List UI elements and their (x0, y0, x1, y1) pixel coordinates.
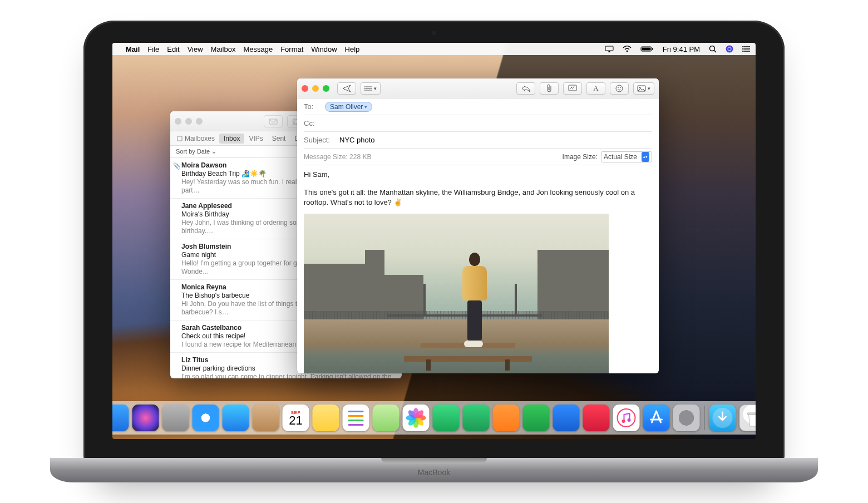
svg-point-34 (618, 87, 619, 88)
dock-app-calendar[interactable]: SEP21 (283, 405, 309, 431)
svg-point-29 (364, 86, 366, 87)
menu-help[interactable]: Help (345, 45, 360, 53)
dock-app-books[interactable] (493, 405, 520, 431)
sort-label[interactable]: Sort by Date ⌄ (176, 148, 216, 155)
dock-trash[interactable] (739, 405, 756, 431)
svg-rect-24 (177, 136, 182, 141)
svg-point-37 (639, 87, 640, 88)
recipient-token[interactable]: Sam Oliver▾ (325, 102, 372, 112)
menu-view[interactable]: View (188, 45, 203, 53)
attach-button[interactable] (540, 82, 559, 95)
send-button[interactable] (337, 82, 356, 95)
dock-app-notes[interactable] (313, 405, 339, 431)
dock-app-numbers[interactable] (523, 405, 550, 431)
zoom-button[interactable] (323, 85, 329, 92)
to-field[interactable]: To: Sam Oliver▾ (304, 98, 652, 115)
minimize-button[interactable] (185, 118, 192, 125)
get-mail-button[interactable] (264, 115, 283, 127)
filter-sent[interactable]: Sent (268, 134, 290, 144)
message-sender: Liz Titus (181, 356, 208, 364)
menu-format[interactable]: Format (280, 45, 303, 53)
dock-app-news[interactable] (583, 405, 610, 431)
person-in-photo (460, 253, 490, 347)
close-button[interactable] (175, 118, 181, 125)
dock-app-safari[interactable] (193, 405, 219, 431)
menu-file[interactable]: File (147, 45, 159, 53)
subject-field[interactable]: Subject: (304, 132, 652, 149)
dock-separator (704, 406, 705, 430)
message-preview: I'm so glad you can come to dinner tonig… (181, 373, 395, 378)
menu-edit[interactable]: Edit (167, 45, 179, 53)
dock-app-photos[interactable] (403, 405, 430, 431)
notification-center-icon[interactable] (742, 46, 750, 52)
laptop-notch (381, 458, 487, 463)
camera-dot (432, 31, 436, 35)
spotlight-icon[interactable] (709, 45, 717, 53)
filter-mailboxes[interactable]: Mailboxes (172, 134, 219, 144)
photo-browser-button[interactable]: ▾ (633, 82, 654, 95)
dock-app-settings[interactable] (673, 405, 700, 431)
emoji-button[interactable] (610, 82, 629, 95)
svg-rect-32 (569, 85, 576, 91)
close-button[interactable] (302, 85, 308, 92)
dock-app-launchpad[interactable] (162, 405, 189, 431)
attached-photo[interactable] (304, 214, 609, 373)
cc-input[interactable] (325, 119, 652, 127)
dock-app-appstore[interactable] (643, 405, 670, 431)
cc-field[interactable]: Cc: (304, 115, 652, 132)
wifi-icon[interactable] (623, 46, 632, 52)
dock-app-messages[interactable] (433, 405, 460, 431)
minimize-button[interactable] (312, 85, 319, 92)
dock-app-maps[interactable] (373, 405, 400, 431)
subject-input[interactable] (339, 136, 652, 144)
format-button[interactable]: A (586, 82, 605, 95)
message-sender: Moira Dawson (181, 161, 226, 169)
menu-clock[interactable]: Fri 9:41 PM (663, 45, 700, 53)
dock-app-mail[interactable] (223, 405, 249, 431)
menu-bar: Mail File Edit View Mailbox Message Form… (112, 43, 756, 55)
cc-label: Cc: (304, 119, 320, 127)
message-sender: Jane Appleseed (181, 202, 232, 210)
menu-mailbox[interactable]: Mailbox (211, 45, 236, 53)
laptop-frame: Mail File Edit View Mailbox Message Form… (83, 21, 785, 482)
dock-app-finder[interactable] (112, 405, 129, 431)
dock-app-siri[interactable] (132, 405, 159, 431)
menu-bar-right: Fri 9:41 PM (605, 43, 750, 55)
markup-button[interactable] (563, 82, 582, 95)
laptop-mockup: Mail File Edit View Mailbox Message Form… (83, 21, 785, 482)
dock-app-keynote[interactable] (553, 405, 580, 431)
zoom-button[interactable] (196, 118, 203, 125)
image-size-select[interactable]: Actual Size ▴▾ (601, 151, 652, 162)
menu-app-name[interactable]: Mail (126, 45, 140, 53)
filter-vips[interactable]: VIPs (244, 134, 267, 144)
svg-point-1 (626, 51, 628, 52)
menu-bar-left: Mail File Edit View Mailbox Message Form… (118, 43, 359, 55)
compose-titlebar[interactable]: ▾ A ▾ (297, 78, 659, 98)
compose-window[interactable]: ▾ A ▾ To: Sam Oliver▾ Cc: (297, 78, 659, 373)
screen: Mail File Edit View Mailbox Message Form… (112, 43, 756, 439)
compose-traffic-lights (302, 85, 329, 92)
subject-label: Subject: (304, 136, 335, 144)
menu-message[interactable]: Message (243, 45, 273, 53)
svg-point-33 (616, 85, 623, 92)
header-fields-button[interactable]: ▾ (361, 82, 381, 95)
airplay-icon[interactable] (605, 46, 614, 52)
dock-app-contacts[interactable] (253, 405, 279, 431)
dock-app-music[interactable] (613, 405, 640, 431)
siri-icon[interactable] (726, 45, 733, 53)
menu-window[interactable]: Window (311, 45, 337, 53)
calendar-day: 21 (289, 415, 302, 426)
battery-icon[interactable] (640, 46, 654, 52)
dock-app-reminders[interactable] (343, 405, 369, 431)
svg-point-12 (742, 46, 743, 47)
dock-downloads[interactable] (709, 405, 736, 431)
chevron-down-icon: ⌄ (211, 148, 216, 155)
reply-button[interactable] (516, 82, 535, 95)
filter-inbox[interactable]: Inbox (219, 134, 244, 144)
to-label: To: (304, 102, 320, 111)
dock: SEP21 (112, 401, 756, 435)
dock-app-facetime[interactable] (463, 405, 490, 431)
svg-point-35 (620, 87, 621, 88)
svg-line-6 (714, 51, 717, 53)
message-body[interactable]: Hi Sam, This one's got it all: the Manha… (297, 165, 659, 373)
